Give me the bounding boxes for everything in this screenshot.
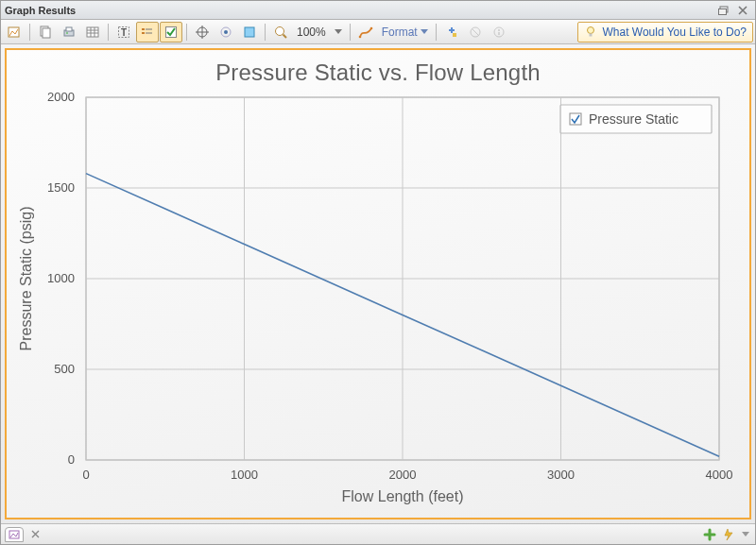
svg-text:T: T [121,27,127,38]
svg-point-24 [498,29,500,31]
svg-rect-21 [453,33,456,37]
svg-text:Pressure Static: Pressure Static [589,111,679,127]
svg-text:2000: 2000 [47,90,75,104]
graph-results-window: Graph Results T [0,0,756,545]
marker-button[interactable] [215,22,237,43]
svg-text:1000: 1000 [47,271,75,285]
run-button[interactable] [721,527,736,542]
svg-text:2000: 2000 [389,468,417,482]
zoom-region-button[interactable] [238,22,261,43]
status-bar [1,523,755,544]
svg-text:1500: 1500 [47,180,75,195]
window-title: Graph Results [5,5,713,16]
svg-point-15 [224,30,228,34]
svg-point-18 [276,26,284,35]
close-icon[interactable] [734,4,751,17]
svg-rect-52 [570,113,581,125]
disabled-action-1 [464,22,487,43]
chart-plot[interactable]: 010002000300040000500100015002000Flow Le… [7,86,746,515]
format-label: Format [382,26,418,39]
copy-button[interactable] [34,22,57,43]
crosshair-button[interactable] [191,22,214,43]
svg-rect-27 [590,33,593,36]
separator [436,24,437,41]
toolbar: T 100% Format [1,20,755,44]
svg-text:500: 500 [54,362,75,376]
svg-text:Pressure Static (psig): Pressure Static (psig) [18,207,34,351]
svg-rect-6 [66,27,72,31]
zoom-dropdown[interactable] [331,22,346,43]
svg-rect-1 [719,9,727,14]
help-button[interactable]: What Would You Like to Do? [577,22,753,43]
new-chart-button[interactable] [3,22,26,43]
chevron-down-icon[interactable] [740,527,751,542]
restore-icon[interactable] [715,4,732,17]
zoom-percent: 100% [293,26,330,39]
separator [186,24,187,41]
separator [350,24,351,41]
add-button[interactable] [702,527,717,542]
text-annotation-button[interactable]: T [112,22,135,43]
chart-container: Pressure Static vs. Flow Length 01000200… [1,44,755,523]
svg-rect-17 [245,27,254,37]
separator [108,24,109,41]
zoom-button[interactable] [269,22,292,43]
svg-rect-8 [87,27,98,37]
lightbulb-icon [584,26,597,39]
svg-text:3000: 3000 [547,468,575,482]
print-button[interactable] [58,22,80,43]
chart-frame: Pressure Static vs. Flow Length 01000200… [5,48,751,519]
svg-point-7 [66,32,68,34]
tab-chart[interactable] [5,527,24,542]
svg-point-26 [588,26,594,33]
svg-point-19 [358,35,361,38]
svg-rect-25 [498,32,499,35]
disabled-action-2 [488,22,510,43]
separator [265,24,266,41]
chart-style-button[interactable] [354,22,377,43]
legend-toggle-button[interactable] [136,22,159,43]
data-table-button[interactable] [81,22,104,43]
svg-rect-12 [142,32,145,34]
svg-text:0: 0 [68,452,75,467]
svg-text:Flow Length (feet): Flow Length (feet) [342,488,464,504]
svg-rect-4 [43,28,50,38]
chart-title: Pressure Static vs. Flow Length [7,60,749,86]
plugin-button[interactable] [440,22,463,43]
separator [29,24,30,41]
format-dropdown[interactable]: Format [378,22,432,43]
svg-text:0: 0 [82,468,89,482]
svg-point-20 [369,26,372,29]
svg-rect-11 [142,28,145,30]
svg-text:1000: 1000 [231,468,258,482]
svg-text:4000: 4000 [706,468,733,482]
title-bar: Graph Results [1,1,755,20]
tab-close-icon[interactable] [27,527,43,542]
help-label: What Would You Like to Do? [602,26,747,39]
checkbox-toggle-button[interactable] [160,22,182,43]
